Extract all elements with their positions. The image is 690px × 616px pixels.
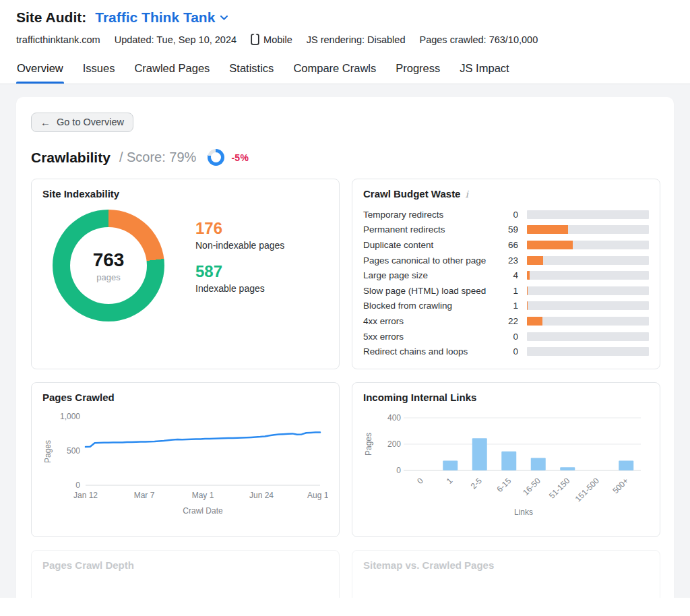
project-selector[interactable]: Traffic Think Tank xyxy=(95,9,228,26)
pages-crawled-chart-container: 05001,000Jan 12Mar 7May 1Jun 24Aug 18Cra… xyxy=(42,406,328,523)
x-tick-label: 1 xyxy=(445,476,455,486)
bar-16-50 xyxy=(531,458,546,470)
budget-row: Large page size4 xyxy=(363,268,649,283)
section-title: Crawlability xyxy=(31,150,111,166)
budget-row-value: 22 xyxy=(497,316,518,326)
device-indicator: Mobile xyxy=(251,34,292,45)
tab-bar: OverviewIssuesCrawled PagesStatisticsCom… xyxy=(16,62,674,84)
budget-bar-track xyxy=(527,347,649,356)
x-tick-label: Jun 24 xyxy=(249,491,274,500)
card-pages-crawl-depth: Pages Crawl Depth xyxy=(31,550,340,598)
budget-bar-track xyxy=(527,225,649,234)
go-to-overview-button[interactable]: ← Go to Overview xyxy=(31,113,133,132)
y-tick-label: 0 xyxy=(396,466,401,475)
y-axis-title: Pages xyxy=(364,433,373,456)
x-axis-title: Links xyxy=(514,507,533,517)
page-title: Site Audit: xyxy=(16,9,86,26)
crawlability-panel: ← Go to Overview Crawlability / Score: 7… xyxy=(16,97,674,598)
x-tick-label: 2-5 xyxy=(469,476,484,491)
tab-overview[interactable]: Overview xyxy=(16,62,64,84)
card-pages-crawled: Pages Crawled 05001,000Jan 12Mar 7May 1J… xyxy=(31,382,340,537)
score-delta: -5% xyxy=(231,152,249,163)
bar-2-5 xyxy=(472,438,487,470)
project-name: Traffic Think Tank xyxy=(95,9,215,26)
indexable-stat: 587 Indexable pages xyxy=(195,262,284,294)
budget-row: Blocked from crawling1 xyxy=(363,299,649,314)
main-content: ← Go to Overview Crawlability / Score: 7… xyxy=(0,84,690,598)
budget-bar-track xyxy=(527,286,649,295)
y-tick-label: 1,000 xyxy=(60,412,80,421)
budget-bar-fill xyxy=(527,271,530,280)
tab-progress[interactable]: Progress xyxy=(395,62,441,84)
budget-row-value: 1 xyxy=(497,286,518,296)
bar-51-150 xyxy=(560,467,575,470)
budget-row-label: Redirect chains and loops xyxy=(363,346,497,357)
card-site-indexability: Site Indexability 763 pages 176 Non-inde… xyxy=(31,179,340,369)
pages-crawled-chart: 05001,000Jan 12Mar 7May 1Jun 24Aug 18Cra… xyxy=(42,406,328,520)
card-sitemap-vs-crawled-pages: Sitemap vs. Crawled Pages xyxy=(352,550,660,598)
tab-js-impact[interactable]: JS Impact xyxy=(459,62,509,84)
tab-issues[interactable]: Issues xyxy=(82,62,116,84)
indexable-value: 587 xyxy=(195,262,284,281)
x-tick-label: 151-500 xyxy=(573,476,601,503)
chevron-down-icon xyxy=(220,15,228,21)
budget-bar-fill xyxy=(527,256,543,265)
indexability-donut-chart: 763 pages xyxy=(53,210,164,321)
budget-bar-track xyxy=(527,332,649,341)
tab-crawled-pages[interactable]: Crawled Pages xyxy=(133,62,210,84)
budget-row-value: 0 xyxy=(497,332,518,342)
budget-row-label: Permanent redirects xyxy=(363,224,497,235)
non-indexable-stat: 176 Non-indexable pages xyxy=(195,219,284,251)
donut-center: 763 pages xyxy=(70,227,147,304)
card-title-text: Crawl Budget Waste xyxy=(363,188,460,199)
budget-row-label: 5xx errors xyxy=(363,332,497,342)
x-tick-label: Jan 12 xyxy=(73,491,98,500)
budget-waste-list: Temporary redirects0Permanent redirects5… xyxy=(363,207,649,359)
donut-total-value: 763 xyxy=(93,249,125,271)
x-tick-label: 500+ xyxy=(610,476,630,495)
indexable-label: Indexable pages xyxy=(195,283,284,294)
budget-row-label: Blocked from crawling xyxy=(363,301,497,311)
donut-total-label: pages xyxy=(96,272,120,282)
arrow-left-icon: ← xyxy=(40,117,51,127)
card-title: Incoming Internal Links xyxy=(363,392,649,403)
tab-compare-crawls[interactable]: Compare Crawls xyxy=(292,62,377,84)
tab-statistics[interactable]: Statistics xyxy=(228,62,274,84)
x-tick-label: 6-15 xyxy=(495,476,513,494)
budget-row-value: 23 xyxy=(497,255,518,266)
y-tick-label: 200 xyxy=(387,439,401,449)
non-indexable-label: Non-indexable pages xyxy=(195,240,284,251)
budget-row-value: 59 xyxy=(497,224,518,235)
indexability-stats: 176 Non-indexable pages 587 Indexable pa… xyxy=(195,219,284,294)
budget-bar-track xyxy=(527,210,649,219)
bar-1 xyxy=(443,460,458,470)
info-icon[interactable]: i xyxy=(465,189,468,199)
title-row: Site Audit: Traffic Think Tank xyxy=(16,9,674,26)
x-axis-title: Crawl Date xyxy=(183,506,223,516)
budget-row-label: Large page size xyxy=(363,270,497,280)
card-incoming-internal-links: Incoming Internal Links 0200400012-56-15… xyxy=(352,382,660,537)
budget-bar-fill xyxy=(527,286,528,295)
budget-bar-fill xyxy=(527,301,528,310)
budget-row-value: 66 xyxy=(497,240,518,250)
budget-row-label: Duplicate content xyxy=(363,240,497,250)
y-tick-label: 0 xyxy=(75,481,80,490)
non-indexable-value: 176 xyxy=(195,219,284,238)
x-tick-label: May 1 xyxy=(192,491,214,500)
x-tick-label: Aug 18 xyxy=(307,491,328,500)
x-tick-label: 0 xyxy=(415,476,425,486)
domain-text: trafficthinktank.com xyxy=(16,34,100,45)
budget-row: Slow page (HTML) load speed1 xyxy=(363,283,649,299)
card-title: Pages Crawl Depth xyxy=(42,559,328,571)
budget-row-label: Slow page (HTML) load speed xyxy=(363,286,497,296)
budget-row-label: Temporary redirects xyxy=(363,210,497,220)
budget-bar-track xyxy=(527,241,649,249)
y-axis-title: Pages xyxy=(43,440,53,463)
x-tick-label: 51-150 xyxy=(547,476,572,501)
score-ring-icon xyxy=(208,149,224,166)
budget-row: Pages canonical to other page23 xyxy=(363,253,649,268)
budget-bar-track xyxy=(527,317,649,326)
budget-bar-track xyxy=(527,301,649,310)
budget-bar-track xyxy=(527,256,649,265)
card-crawl-budget-waste: Crawl Budget Wastei Temporary redirects0… xyxy=(352,179,660,369)
